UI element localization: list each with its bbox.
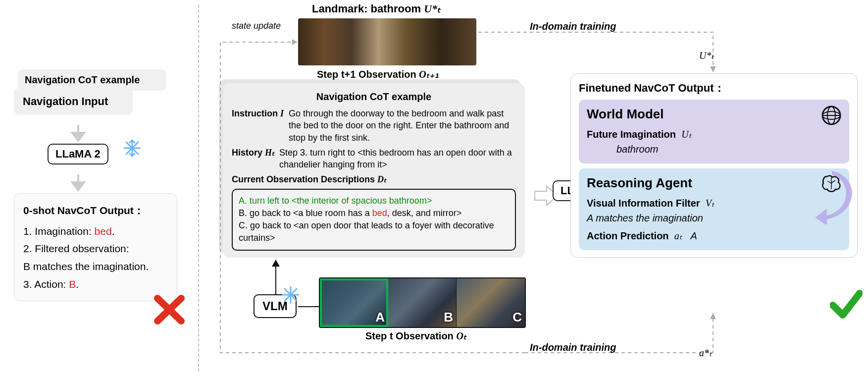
in-domain-training-label-bottom: In-domain training [530, 342, 616, 353]
in-domain-training-label-top: In-domain training [530, 21, 616, 32]
training-paths [0, 0, 868, 379]
at-star-symbol: a*ₜ [699, 347, 712, 359]
ut-star-symbol: U*ₜ [699, 50, 714, 61]
